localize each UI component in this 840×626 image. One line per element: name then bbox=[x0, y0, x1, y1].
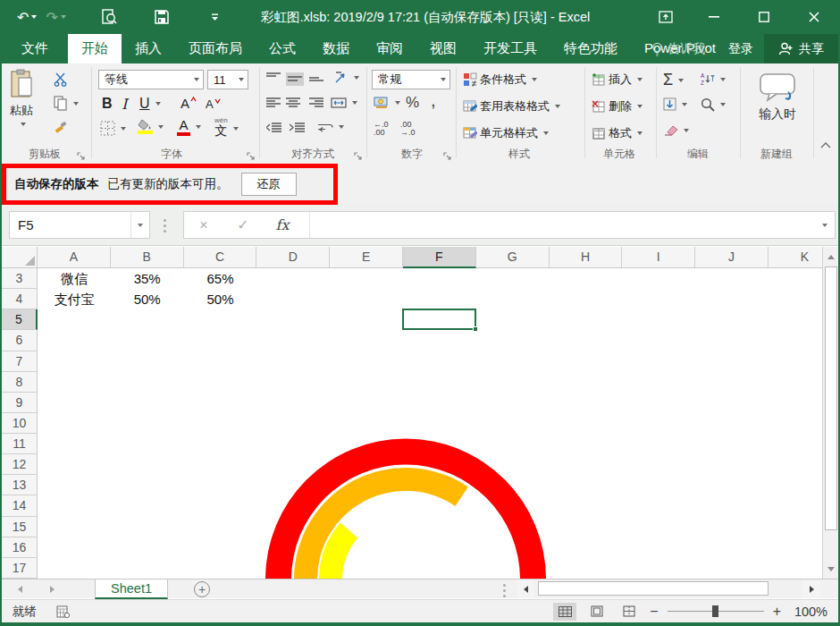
row-header-5[interactable]: 5 bbox=[2, 309, 38, 330]
fill-button[interactable] bbox=[663, 97, 687, 111]
undo-icon[interactable]: ↶ bbox=[14, 9, 39, 26]
tab-视图[interactable]: 视图 bbox=[416, 34, 470, 63]
name-box-dropdown-icon[interactable] bbox=[138, 224, 143, 227]
row-header-15[interactable]: 15 bbox=[2, 517, 38, 537]
cancel-icon[interactable]: × bbox=[184, 217, 223, 233]
font-size-select[interactable]: 11 bbox=[207, 70, 248, 89]
merge-center-button[interactable] bbox=[331, 97, 357, 108]
number-format-select[interactable]: 常规 bbox=[372, 70, 450, 89]
row-header-3[interactable]: 3 bbox=[2, 268, 38, 289]
align-top-button[interactable] bbox=[266, 72, 281, 82]
phonetic-guide-button[interactable]: wén文 bbox=[214, 117, 239, 140]
cut-button[interactable] bbox=[54, 72, 69, 87]
column-header-H[interactable]: H bbox=[550, 247, 623, 268]
vertical-scroll-thumb[interactable] bbox=[825, 266, 837, 530]
underline-button[interactable]: U bbox=[139, 96, 161, 112]
autosum-button[interactable]: Σ bbox=[663, 71, 684, 89]
fill-color-button[interactable] bbox=[138, 119, 164, 134]
inner-yellow-arc[interactable] bbox=[319, 522, 357, 579]
row-header-7[interactable]: 7 bbox=[2, 351, 38, 372]
page-layout-view-icon[interactable] bbox=[585, 603, 609, 621]
row-header-11[interactable]: 11 bbox=[2, 434, 38, 454]
bold-button[interactable]: B bbox=[102, 96, 113, 112]
cell-C3[interactable]: 65% bbox=[184, 268, 257, 289]
horizontal-scroll-thumb[interactable] bbox=[538, 581, 769, 596]
middle-orange-arc[interactable] bbox=[294, 468, 468, 579]
align-left-button[interactable] bbox=[266, 97, 281, 107]
scroll-left-icon[interactable] bbox=[517, 580, 534, 598]
tab-页面布局[interactable]: 页面布局 bbox=[175, 34, 256, 63]
alignment-dialog-launcher-icon[interactable] bbox=[354, 152, 363, 161]
row-header-14[interactable]: 14 bbox=[2, 495, 38, 516]
italic-button[interactable]: I bbox=[122, 96, 127, 113]
sort-filter-button[interactable]: AZ bbox=[701, 72, 726, 86]
accounting-format-button[interactable] bbox=[374, 96, 400, 110]
comma-style-button[interactable]: , bbox=[431, 90, 436, 111]
selected-cell-F5[interactable] bbox=[402, 309, 476, 330]
maximize-icon[interactable] bbox=[749, 0, 779, 34]
tab-公式[interactable]: 公式 bbox=[256, 34, 309, 63]
scroll-up-icon[interactable] bbox=[824, 248, 838, 266]
tab-插入[interactable]: 插入 bbox=[122, 34, 175, 63]
paste-button[interactable]: 粘贴 bbox=[9, 69, 34, 126]
conditional-formatting-button[interactable]: 条件格式 bbox=[463, 72, 537, 88]
tab-数据[interactable]: 数据 bbox=[309, 34, 363, 63]
column-header-J[interactable]: J bbox=[695, 247, 769, 268]
name-box[interactable]: F5 bbox=[9, 211, 150, 239]
row-header-6[interactable]: 6 bbox=[2, 330, 38, 351]
orientation-button[interactable] bbox=[334, 71, 359, 84]
input-time-button[interactable]: 输入时 bbox=[751, 72, 804, 123]
insert-cells-button[interactable]: 插入 bbox=[592, 72, 643, 88]
align-right-button[interactable] bbox=[309, 97, 323, 107]
cell-A3[interactable]: 微信 bbox=[38, 268, 111, 289]
wrap-text-button[interactable] bbox=[318, 121, 344, 132]
zoom-slider-thumb[interactable] bbox=[712, 605, 718, 617]
column-header-F[interactable]: F bbox=[403, 247, 476, 268]
normal-view-icon[interactable] bbox=[553, 603, 576, 621]
increase-decimal-button[interactable]: ←.0.00 bbox=[374, 121, 389, 137]
column-header-C[interactable]: C bbox=[184, 247, 257, 268]
macro-record-icon[interactable] bbox=[56, 605, 70, 618]
column-header-D[interactable]: D bbox=[256, 247, 330, 268]
formula-bar-resize-handle[interactable] bbox=[164, 219, 166, 222]
percent-style-button[interactable]: % bbox=[406, 94, 419, 112]
insert-function-icon[interactable]: fx bbox=[263, 216, 302, 233]
tab-文件[interactable]: 文件 bbox=[2, 34, 68, 63]
restore-button[interactable]: 还原 bbox=[241, 173, 297, 196]
vertical-scrollbar[interactable] bbox=[822, 247, 838, 579]
scroll-down-icon[interactable] bbox=[824, 560, 838, 578]
row-header-12[interactable]: 12 bbox=[2, 454, 38, 475]
zoom-out-icon[interactable]: − bbox=[650, 604, 658, 620]
expand-formula-bar-icon[interactable] bbox=[822, 224, 827, 227]
row-header-4[interactable]: 4 bbox=[2, 289, 38, 309]
format-as-table-button[interactable]: 套用表格格式 bbox=[463, 98, 560, 114]
column-header-I[interactable]: I bbox=[622, 247, 695, 268]
tab-bar-resize-handle[interactable] bbox=[503, 584, 506, 587]
grow-font-button[interactable]: A bbox=[181, 96, 197, 111]
sheet-next-icon[interactable] bbox=[41, 579, 63, 599]
clear-button[interactable] bbox=[663, 124, 689, 136]
zoom-level[interactable]: 100% bbox=[790, 605, 827, 619]
cell-A4[interactable]: 支付宝 bbox=[38, 289, 111, 309]
shrink-font-button[interactable]: A bbox=[206, 97, 221, 111]
format-cells-button[interactable]: 格式 bbox=[592, 125, 643, 141]
column-header-B[interactable]: B bbox=[111, 247, 184, 268]
select-all-corner[interactable] bbox=[2, 247, 38, 268]
minimize-icon[interactable] bbox=[699, 0, 729, 34]
save-icon[interactable] bbox=[151, 9, 172, 25]
align-middle-button[interactable] bbox=[286, 72, 304, 86]
row-header-9[interactable]: 9 bbox=[2, 393, 38, 413]
cell-styles-button[interactable]: 单元格样式 bbox=[463, 125, 549, 141]
sign-in-button[interactable]: 登录 bbox=[718, 41, 764, 57]
enter-icon[interactable]: ✓ bbox=[223, 216, 263, 233]
increase-indent-button[interactable] bbox=[290, 123, 305, 132]
tell-me[interactable]: 告诉我. bbox=[643, 41, 718, 57]
cell-B4[interactable]: 50% bbox=[111, 289, 184, 309]
new-sheet-icon[interactable]: + bbox=[194, 581, 210, 597]
font-dialog-launcher-icon[interactable] bbox=[247, 152, 256, 161]
zoom-in-icon[interactable]: + bbox=[773, 604, 781, 620]
column-header-A[interactable]: A bbox=[38, 247, 111, 268]
row-header-8[interactable]: 8 bbox=[2, 372, 38, 393]
tab-开始[interactable]: 开始 bbox=[68, 34, 122, 63]
customize-qat-icon[interactable] bbox=[208, 13, 222, 21]
